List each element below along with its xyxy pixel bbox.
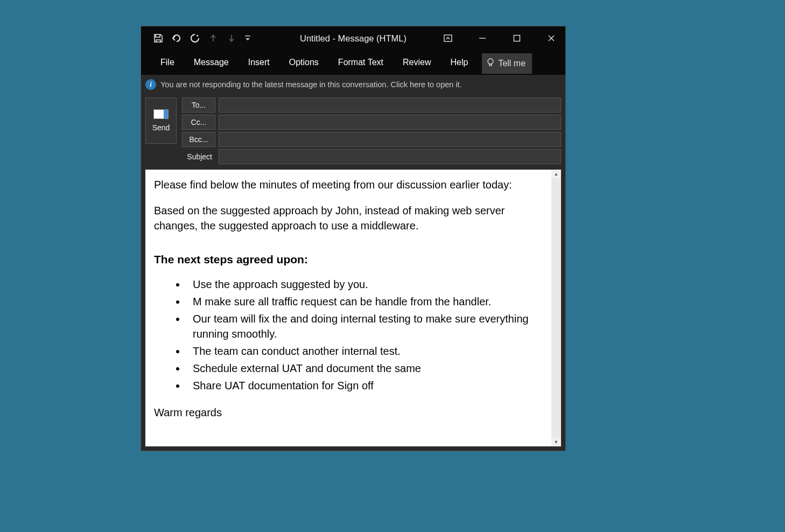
quick-access-toolbar (141, 33, 251, 44)
lightbulb-icon (486, 58, 495, 69)
minimize-button[interactable] (473, 29, 492, 48)
body-paragraph: Please find below the minutes of meeting… (154, 177, 543, 192)
svg-point-6 (488, 59, 493, 64)
send-button[interactable]: Send (145, 97, 177, 144)
close-button[interactable] (542, 29, 561, 48)
window-title: Untitled - Message (HTML) (300, 33, 406, 44)
body-list: Use the approach suggested by you. M mak… (154, 277, 543, 393)
next-icon (226, 33, 237, 44)
window-controls (438, 26, 561, 50)
scrollbar[interactable]: ▲ ▼ (551, 170, 561, 446)
body-heading: The next steps agreed upon: (154, 251, 543, 267)
body-closing: Warm regards (154, 405, 543, 420)
bcc-button[interactable]: Bcc... (182, 132, 215, 147)
info-bar[interactable]: i You are not responding to the latest m… (141, 75, 565, 94)
list-item: Use the approach suggested by you. (186, 277, 543, 292)
info-text: You are not responding to the latest mes… (160, 80, 462, 89)
tell-me-label: Tell me (498, 59, 525, 68)
list-item: Our team will fix the and doing internal… (186, 311, 543, 341)
cc-button[interactable]: Cc... (182, 115, 215, 130)
maximize-button[interactable] (507, 29, 527, 48)
ribbon-display-icon[interactable] (438, 29, 458, 48)
tab-options[interactable]: Options (279, 50, 328, 75)
ribbon: File Message Insert Options Format Text … (141, 50, 565, 75)
qat-customize-icon[interactable] (244, 33, 251, 44)
recipient-fields: To... Cc... Bcc... Subject (182, 97, 561, 164)
subject-input[interactable] (219, 149, 561, 164)
to-button[interactable]: To... (182, 97, 215, 113)
send-label: Send (152, 123, 170, 132)
compose-window: Untitled - Message (HTML) File Message I… (141, 26, 566, 451)
scroll-up-icon[interactable]: ▲ (551, 170, 561, 178)
svg-rect-1 (444, 35, 452, 41)
message-header: Send To... Cc... Bcc... Subject (141, 94, 565, 170)
tab-review[interactable]: Review (393, 50, 440, 75)
svg-rect-7 (489, 64, 492, 66)
tab-help[interactable]: Help (441, 50, 478, 75)
bcc-input[interactable] (219, 132, 561, 147)
previous-icon (208, 33, 219, 44)
redo-icon[interactable] (190, 33, 200, 44)
list-item: Schedule external UAT and document the s… (186, 361, 543, 376)
message-body[interactable]: Please find below the minutes of meeting… (145, 170, 551, 446)
list-item: Share UAT documentation for Sign off (186, 378, 543, 393)
info-icon: i (145, 79, 156, 90)
undo-icon[interactable] (171, 33, 182, 44)
tab-message[interactable]: Message (184, 50, 239, 75)
subject-label: Subject (182, 149, 215, 164)
list-item: The team can conduct another internal te… (186, 344, 543, 359)
tab-insert[interactable]: Insert (239, 50, 279, 75)
svg-rect-3 (514, 36, 520, 41)
envelope-icon (153, 109, 169, 119)
titlebar: Untitled - Message (HTML) (141, 26, 565, 50)
svg-rect-0 (245, 36, 250, 37)
body-wrapper: Please find below the minutes of meeting… (141, 170, 565, 451)
save-icon[interactable] (153, 33, 164, 44)
scroll-down-icon[interactable]: ▼ (551, 438, 561, 446)
tab-file[interactable]: File (151, 50, 184, 75)
body-paragraph: Based on the suggested approach by John,… (154, 203, 543, 233)
to-input[interactable] (219, 97, 561, 113)
tell-me-search[interactable]: Tell me (482, 53, 532, 74)
list-item: M make sure all traffic request can be h… (186, 294, 543, 309)
cc-input[interactable] (219, 115, 561, 130)
tab-format-text[interactable]: Format Text (328, 50, 393, 75)
